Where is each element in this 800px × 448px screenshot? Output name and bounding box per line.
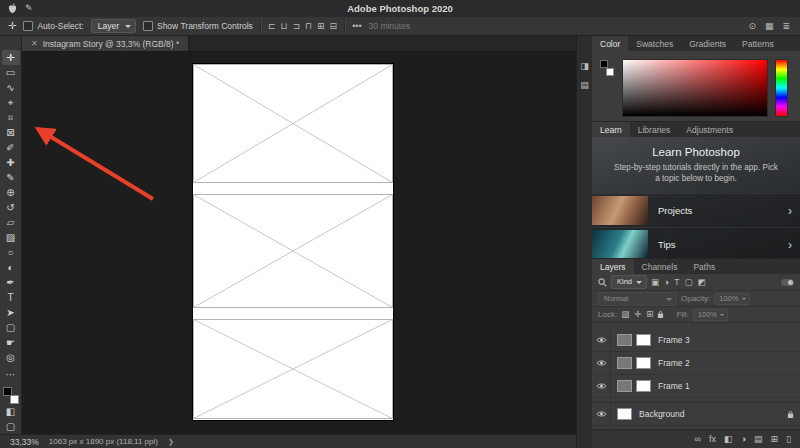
gradient-tool[interactable]: ▨ [2,230,20,245]
frame-3-placeholder[interactable] [194,65,393,183]
foreground-color-swatch[interactable] [3,387,12,396]
lasso-tool[interactable]: ∿ [2,80,20,95]
crop-tool[interactable]: ⌗ [2,110,20,125]
pencil-icon[interactable]: ✎ [25,4,33,13]
eraser-tool[interactable]: ▱ [2,215,20,230]
frame-tool[interactable]: ⊠ [2,125,20,140]
frame-thumbnail[interactable] [617,334,632,346]
clone-stamp-tool[interactable]: ⊕ [2,185,20,200]
document-tab[interactable]: ✕ Instagram Story @ 33,3% (RGB/8) * [22,36,189,51]
filter-smart-objects-icon[interactable]: ◩ [697,278,705,287]
tab-learn[interactable]: Learn [592,122,630,137]
rectangle-tool[interactable]: ▢ [2,320,20,335]
layer-row-frame-1[interactable]: Frame 1 [592,375,800,398]
layer-thumbnail[interactable] [636,357,651,369]
frame-1-placeholder[interactable] [194,320,393,419]
blur-tool[interactable]: ○ [2,245,20,260]
tab-patterns[interactable]: Patterns [734,36,782,51]
auto-select-target-dropdown[interactable]: Layer [91,19,136,33]
tab-layers[interactable]: Layers [592,259,634,274]
link-layers-icon[interactable]: ∞ [695,435,701,444]
visibility-eye-icon[interactable] [592,329,611,351]
document-canvas[interactable] [193,64,393,420]
opacity-field[interactable]: 100% [714,293,749,305]
background-color-swatch[interactable] [606,68,614,76]
tab-adjustments[interactable]: Adjustments [678,122,741,137]
move-tool[interactable]: ✛ [2,50,20,65]
frame-2-placeholder[interactable] [194,195,393,308]
color-panel-swatches[interactable] [599,60,615,76]
dodge-tool[interactable]: ◐ [2,260,20,275]
screen-mode-icon[interactable]: ▢ [2,419,20,434]
foreground-color-swatch[interactable] [600,60,608,68]
filter-toggle[interactable] [781,279,794,286]
layer-row-background[interactable]: Background [592,402,800,426]
tab-color[interactable]: Color [592,36,628,51]
align-middle-icon[interactable]: ⊞ [317,22,325,31]
layer-row-frame-3[interactable]: Frame 3 [592,329,800,352]
pen-tool[interactable]: ✒ [2,275,20,290]
hand-tool[interactable]: ☛ [2,335,20,350]
filter-shape-layers-icon[interactable]: ▢ [684,278,692,287]
layer-mask-icon[interactable]: ◧ [724,435,733,444]
layer-thumbnail[interactable] [636,380,651,392]
layer-thumbnail[interactable] [636,334,651,346]
edit-toolbar-icon[interactable]: ⋯ [2,367,20,382]
new-layer-icon[interactable]: ⊞ [771,435,779,444]
blend-mode-dropdown[interactable]: Normal [598,292,677,306]
brush-tool[interactable]: ✎ [2,170,20,185]
search-icon[interactable]: ⊙ [748,22,756,31]
frame-thumbnail[interactable] [617,357,632,369]
saturation-brightness-field[interactable] [622,59,768,117]
path-selection-tool[interactable]: ➤ [2,305,20,320]
align-center-horizontal-icon[interactable]: ⊔ [280,22,287,31]
filter-pixel-layers-icon[interactable]: ▣ [651,278,659,287]
layer-thumbnail[interactable] [617,408,632,420]
close-tab-icon[interactable]: ✕ [31,39,38,48]
hue-slider[interactable] [775,59,788,117]
type-tool[interactable]: T [2,290,20,305]
delete-layer-icon[interactable]: ▯ [786,435,791,444]
object-selection-tool[interactable]: ⌖ [2,95,20,110]
layer-group-icon[interactable]: ▤ [754,435,763,444]
background-color-swatch[interactable] [10,395,19,404]
layer-row-frame-2[interactable]: Frame 2 [592,352,800,375]
tab-paths[interactable]: Paths [685,259,723,274]
tab-channels[interactable]: Channels [634,259,686,274]
filter-adjustment-layers-icon[interactable]: ◑ [664,278,669,287]
collapsed-panel-icon-1[interactable]: ◨ [580,62,589,71]
lock-all-icon[interactable] [657,310,664,319]
learn-item-projects[interactable]: Projects › [592,193,800,227]
visibility-eye-icon[interactable] [592,352,611,374]
tab-gradients[interactable]: Gradients [681,36,734,51]
tab-libraries[interactable]: Libraries [630,122,679,137]
visibility-eye-icon[interactable] [592,403,611,425]
learn-item-tips[interactable]: Tips › [592,227,800,258]
adjustment-layer-icon[interactable]: ◑ [741,435,746,444]
healing-brush-tool[interactable]: ✚ [2,155,20,170]
auto-select-checkbox[interactable]: Auto-Select: [23,21,83,31]
fill-field[interactable]: 100% [693,309,728,321]
zoom-level-field[interactable]: 33,33% [10,437,39,447]
foreground-background-swatches[interactable] [2,387,20,404]
tab-swatches[interactable]: Swatches [628,36,681,51]
filter-kind-dropdown[interactable]: Kind [611,275,647,289]
align-bottom-icon[interactable]: ⊟ [330,22,338,31]
eyedropper-tool[interactable]: ✐ [2,140,20,155]
lock-artboard-icon[interactable]: ⊞ [646,310,653,319]
lock-transparency-icon[interactable]: ▨ [621,310,629,319]
options-menu-icon[interactable]: ≣ [782,22,790,31]
marquee-tool[interactable]: ▭ [2,65,20,80]
layer-effects-icon[interactable]: fx [709,435,716,444]
align-top-icon[interactable]: ⊓ [305,22,312,31]
align-left-icon[interactable]: ⊏ [268,22,276,31]
frame-thumbnail[interactable] [617,380,632,392]
more-options-icon[interactable]: ••• [352,22,361,31]
lock-position-icon[interactable]: ✛ [634,310,641,319]
quick-mask-icon[interactable]: ◧ [2,404,20,419]
workspace-switcher-icon[interactable]: ▦ [765,22,774,31]
collapsed-panel-icon-2[interactable]: ▤ [580,81,589,90]
filter-type-layers-icon[interactable]: T [674,278,679,287]
visibility-eye-icon[interactable] [592,375,611,397]
status-chevron-icon[interactable]: ❯ [168,438,174,446]
